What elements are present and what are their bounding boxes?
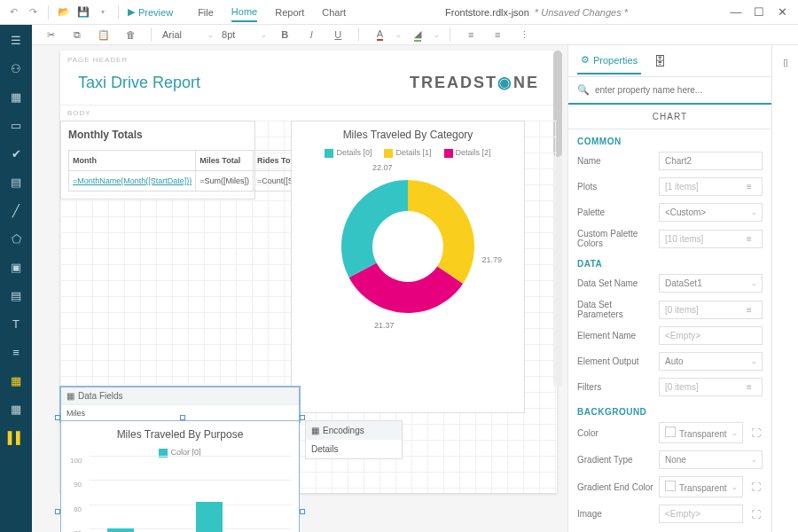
more-icon[interactable]: ⋮ [514,25,534,44]
properties-panel: ⚙Properties 🗄 🔍 CHART COMMON NameChart2 … [567,45,771,532]
paste-icon[interactable]: 📋 [94,25,113,44]
donut-legend: Details [0] Details [1] Details [2] [299,148,517,158]
report-title[interactable]: Taxi Drive Report [78,74,200,92]
monthly-totals-widget[interactable]: Monthly Totals MonthMiles TotalRides Tot… [60,121,255,200]
font-select[interactable]: Arial⌵ [162,29,213,40]
hamburger-icon[interactable]: ☰ [8,32,24,48]
fontcolor-icon[interactable]: A [370,25,389,44]
menu-report[interactable]: Report [275,4,304,21]
page-header-label: PAGE HEADER [60,51,557,69]
italic-icon[interactable]: I [301,25,321,44]
search-input[interactable] [595,85,763,95]
panel-title: CHART [568,103,771,129]
database-icon: 🗄 [653,54,666,68]
prop-name[interactable]: Chart2 [659,152,763,170]
check-icon[interactable]: ✔ [8,145,24,161]
data-fields-widget[interactable]: ▦Data Fields Miles [60,387,300,422]
menu-file[interactable]: File [198,4,214,21]
prop-palette[interactable]: <Custom>⌵ [659,203,763,222]
barchart-icon[interactable]: ▌▌ [8,429,24,445]
save-icon[interactable]: 💾 [77,6,90,19]
undo-icon[interactable]: ↶ [7,6,20,19]
prop-image[interactable]: <Empty> [659,505,743,523]
datafields-icon: ▦ [66,391,74,401]
menu-home[interactable]: Home [231,3,257,22]
prop-element-name[interactable]: <Empty> [659,326,763,345]
property-search[interactable]: 🔍 [568,77,771,103]
shape-icon[interactable]: ⬠ [8,231,24,246]
container-icon[interactable]: ▣ [8,259,24,275]
left-rail: ☰ ⚇ ▦ ▭ ✔ ▤ ╱ ⬠ ▣ ▤ T ≡ ▦ ▦ ▌▌ [0,25,32,532]
menu-chart[interactable]: Chart [322,4,346,21]
document-icon[interactable]: ▤ [8,287,24,303]
line-icon[interactable]: ╱ [8,202,24,218]
cut-icon[interactable]: ✂ [41,25,60,44]
expand-icon[interactable]: ⛶ [748,427,763,438]
tree-icon[interactable]: ⚇ [8,60,24,76]
matrix-icon[interactable]: ▤ [8,174,24,190]
collapse-panel-icon[interactable]: ▯ [776,52,795,72]
prop-gradend[interactable]: Transparent⌵ [659,476,743,497]
align-center-icon[interactable]: ≡ [488,25,507,44]
bold-icon[interactable]: B [275,25,294,44]
right-rail: ▯ [771,45,798,532]
panel-icon[interactable]: ▭ [8,117,24,133]
preview-button[interactable]: ▶ Preview [128,3,173,21]
expand-icon[interactable]: ⛶ [748,481,763,492]
menubar: File Home Report Chart [198,3,346,22]
prop-plots[interactable]: [1 items]≡ [659,177,763,196]
pivot-icon[interactable]: ▦ [8,401,24,417]
encodings-widget[interactable]: ▦Encodings Details [305,420,403,459]
brand-logo: TREADST◉NE [410,73,539,92]
prop-dataset-params[interactable]: [0 items]≡ [659,301,763,319]
prop-element-output[interactable]: Auto⌵ [659,352,763,371]
encodings-icon: ▦ [311,426,319,435]
section-common: COMMON [568,129,771,148]
minimize-icon[interactable]: — [727,4,745,21]
underline-icon[interactable]: U [328,25,348,44]
prop-filters[interactable]: [0 items]≡ [659,378,763,396]
dropdown-icon[interactable]: ▾ [97,6,109,19]
donut-title: Miles Traveled By Category [299,129,517,141]
table-icon[interactable]: ▦ [8,372,24,388]
prop-gradtype[interactable]: None⌵ [659,450,763,469]
prop-dataset-name[interactable]: DataSet1⌵ [659,274,763,293]
barchart-widget[interactable]: Miles Traveled By Purpose Color [0] 100 … [60,420,300,532]
bar-chart: 100 90 80 70 60 [90,465,292,532]
tab-data[interactable]: 🗄 [650,47,669,75]
maximize-icon[interactable]: ☐ [750,4,768,21]
align-left-icon[interactable]: ≡ [461,25,481,44]
redo-icon[interactable]: ↷ [27,6,39,19]
barchart-title: Miles Traveled By Purpose [68,428,292,441]
list-icon[interactable]: ≡ [8,344,24,360]
body-label: BODY [60,105,557,121]
titlebar: ↶ ↷ 📂 💾 ▾ ▶ Preview File Home Report Cha… [0,0,798,25]
fontsize-select[interactable]: 8pt⌵ [222,29,266,40]
design-canvas[interactable]: PAGE HEADER Taxi Drive Report TREADST◉NE… [32,45,567,532]
format-toolbar: ✂ ⧉ 📋 🗑 Arial⌵ 8pt⌵ B I U A⌵ ◢⌵ ≡ ≡ [32,25,798,45]
fillcolor-icon[interactable]: ◢ [408,25,427,44]
doc-title: Frontstore.rdlx-json* Unsaved Changes * [346,7,727,18]
tab-properties[interactable]: ⚙Properties [577,47,641,74]
gear-icon: ⚙ [581,54,590,66]
donut-widget[interactable]: Miles Traveled By Category Details [0] D… [291,121,525,413]
donut-chart: 22.07 21.79 21.37 [328,167,488,326]
section-background: BACKGROUND [568,400,771,419]
grid-icon[interactable]: ▦ [8,89,24,105]
prop-bgcolor[interactable]: Transparent⌵ [659,422,743,443]
copy-icon[interactable]: ⧉ [67,25,87,44]
prop-custom-colors[interactable]: [10 items]≡ [659,230,763,248]
search-icon: 🔍 [577,84,590,96]
delete-icon[interactable]: 🗑 [121,25,140,44]
open-icon[interactable]: 📂 [58,6,70,19]
text-icon[interactable]: T [8,316,24,332]
section-data: DATA [568,252,771,270]
monthly-totals-title: Monthly Totals [68,129,247,141]
close-icon[interactable]: ✕ [773,4,791,21]
expand-icon[interactable]: ⛶ [748,509,763,520]
section-border: BORDER [568,527,771,532]
